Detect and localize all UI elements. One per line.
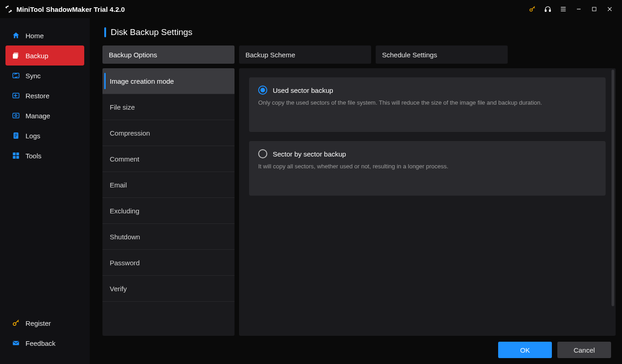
radio-description: Only copy the used sectors of the file s…	[258, 98, 597, 107]
scrollbar[interactable]	[612, 70, 614, 306]
sidebar-item-sync[interactable]: Sync	[5, 66, 84, 86]
radio-label: Used sector backup	[273, 86, 333, 94]
settings-tabs: Backup Options Backup Scheme Schedule Se…	[102, 46, 616, 64]
option-comment[interactable]: Comment	[102, 146, 235, 172]
cancel-button[interactable]: Cancel	[557, 342, 611, 358]
sidebar-item-tools[interactable]: Tools	[5, 146, 84, 166]
svg-rect-18	[15, 135, 17, 136]
option-label: File size	[110, 103, 135, 111]
radio-description: It will copy all sectors, whether used o…	[258, 162, 597, 171]
sidebar-item-label: Feedback	[25, 339, 56, 347]
svg-rect-2	[549, 10, 551, 11]
option-image-creation-mode[interactable]: Image creation mode	[102, 68, 235, 94]
tab-backup-scheme[interactable]: Backup Scheme	[239, 46, 371, 64]
sidebar-item-label: Restore	[25, 92, 50, 100]
sidebar-item-register[interactable]: Register	[5, 313, 84, 333]
svg-rect-19	[15, 136, 16, 137]
sidebar: Home Backup Sync Restore Manage Logs	[0, 18, 90, 364]
sidebar-item-label: Logs	[25, 132, 41, 140]
sidebar-item-home[interactable]: Home	[5, 25, 84, 46]
svg-point-0	[530, 9, 532, 11]
tab-backup-options[interactable]: Backup Options	[102, 46, 235, 64]
svg-point-15	[15, 115, 17, 117]
key-icon	[12, 319, 20, 327]
title-accent	[104, 27, 106, 37]
sidebar-item-label: Register	[25, 319, 51, 327]
title-bar: MiniTool ShadowMaker Trial 4.2.0	[0, 0, 622, 18]
svg-rect-11	[13, 54, 18, 59]
app-title: MiniTool ShadowMaker Trial 4.2.0	[16, 5, 125, 13]
option-label: Verify	[110, 285, 127, 293]
option-shutdown[interactable]: Shutdown	[102, 224, 235, 250]
svg-rect-22	[13, 156, 15, 159]
titlebar-key-icon[interactable]	[525, 0, 540, 18]
restore-icon	[12, 91, 20, 100]
radio-label: Sector by sector backup	[273, 150, 346, 158]
backup-icon	[12, 51, 20, 60]
option-compression[interactable]: Compression	[102, 120, 235, 146]
svg-rect-1	[545, 10, 546, 11]
svg-rect-21	[16, 152, 19, 155]
option-excluding[interactable]: Excluding	[102, 198, 235, 224]
radio-icon[interactable]	[258, 86, 267, 95]
radio-option-used-sector[interactable]: Used sector backup Only copy the used se…	[249, 77, 606, 132]
sidebar-item-label: Sync	[25, 72, 41, 80]
svg-rect-25	[13, 341, 19, 345]
titlebar-headset-icon[interactable]	[540, 0, 556, 18]
sidebar-item-feedback[interactable]: Feedback	[5, 333, 84, 353]
option-verify[interactable]: Verify	[102, 276, 235, 302]
tab-label: Backup Scheme	[245, 51, 295, 59]
radio-option-sector-by-sector[interactable]: Sector by sector backup It will copy all…	[249, 141, 606, 196]
svg-rect-17	[15, 134, 17, 134]
option-label: Excluding	[110, 207, 139, 215]
option-detail-panel: Used sector backup Only copy the used se…	[239, 68, 616, 336]
option-password[interactable]: Password	[102, 250, 235, 276]
option-label: Password	[110, 259, 140, 267]
app-logo-icon	[5, 5, 13, 13]
sync-icon	[12, 71, 20, 80]
titlebar-menu-icon[interactable]	[556, 0, 571, 18]
sidebar-item-label: Backup	[25, 52, 48, 60]
svg-rect-23	[16, 156, 19, 159]
radio-icon[interactable]	[258, 149, 267, 158]
sidebar-item-manage[interactable]: Manage	[5, 106, 84, 126]
tab-schedule-settings[interactable]: Schedule Settings	[376, 46, 508, 64]
svg-rect-14	[13, 113, 19, 118]
option-email[interactable]: Email	[102, 172, 235, 198]
logs-icon	[12, 131, 20, 140]
sidebar-item-restore[interactable]: Restore	[5, 86, 84, 106]
window-close-button[interactable]	[602, 0, 617, 18]
sidebar-item-label: Manage	[25, 112, 50, 120]
option-list: Image creation mode File size Compressio…	[102, 68, 235, 336]
svg-rect-20	[13, 152, 15, 155]
page-title: Disk Backup Settings	[111, 27, 193, 37]
sidebar-item-backup[interactable]: Backup	[5, 46, 84, 66]
option-label: Comment	[110, 155, 139, 163]
window-maximize-button[interactable]	[586, 0, 602, 18]
home-icon	[12, 31, 20, 40]
svg-rect-7	[592, 7, 596, 11]
sidebar-item-label: Tools	[25, 152, 41, 160]
option-label: Email	[110, 181, 127, 189]
window-minimize-button[interactable]	[571, 0, 586, 18]
tab-label: Schedule Settings	[382, 51, 437, 59]
ok-button[interactable]: OK	[498, 342, 552, 358]
sidebar-item-label: Home	[25, 32, 44, 40]
option-label: Compression	[110, 129, 150, 137]
dialog-footer: OK Cancel	[102, 336, 616, 364]
mail-icon	[12, 339, 20, 347]
sidebar-item-logs[interactable]: Logs	[5, 126, 84, 146]
tab-label: Backup Options	[109, 51, 157, 59]
main-content: Disk Backup Settings Backup Options Back…	[90, 18, 622, 364]
svg-point-24	[13, 323, 16, 325]
manage-icon	[12, 111, 20, 120]
option-label: Image creation mode	[110, 77, 174, 85]
option-file-size[interactable]: File size	[102, 94, 235, 120]
tools-icon	[12, 152, 20, 160]
option-label: Shutdown	[110, 233, 140, 241]
